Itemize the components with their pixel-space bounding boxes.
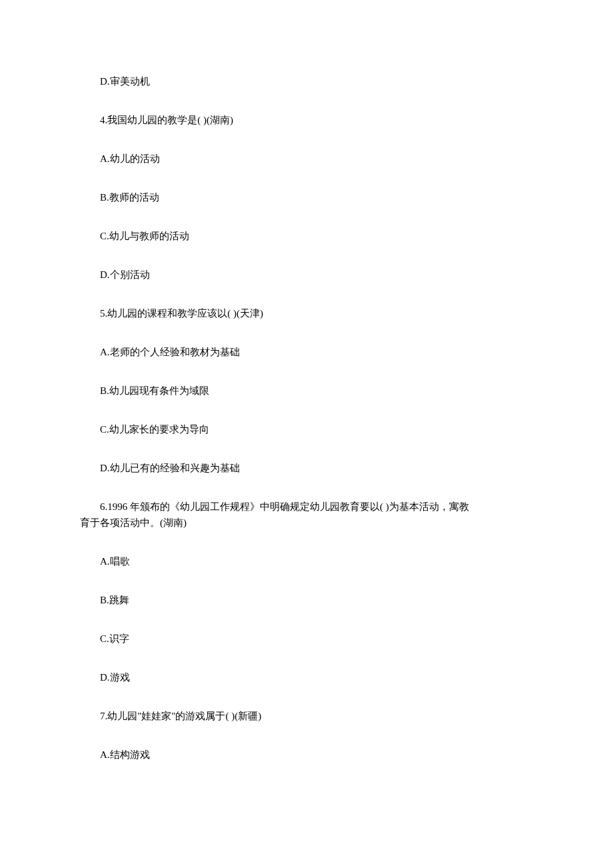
option-text: A.老师的个人经验和教材为基础 bbox=[80, 344, 533, 360]
question-text: 4.我国幼儿园的教学是( )(湖南) bbox=[80, 112, 533, 128]
question-line-2: 育于各项活动中。(湖南) bbox=[80, 515, 533, 531]
option-text: D.游戏 bbox=[80, 669, 533, 685]
option-text: C.幼儿与教师的活动 bbox=[80, 228, 533, 244]
option-text: C.幼儿家长的要求为导向 bbox=[80, 421, 533, 437]
option-text: A.结构游戏 bbox=[80, 747, 533, 763]
option-text: D.审美动机 bbox=[80, 73, 533, 89]
option-text: C.识字 bbox=[80, 631, 533, 647]
question-line-1: 6.1996 年颁布的《幼儿园工作规程》中明确规定幼儿园教育要以( )为基本活动… bbox=[80, 499, 533, 515]
option-text: B.幼儿园现有条件为域限 bbox=[80, 383, 533, 399]
option-text: B.跳舞 bbox=[80, 592, 533, 608]
question-text: 7.幼儿园"娃娃家"的游戏属于( )(新疆) bbox=[80, 708, 533, 724]
option-text: D.幼儿已有的经验和兴趣为基础 bbox=[80, 460, 533, 476]
option-text: A.幼儿的活动 bbox=[80, 151, 533, 167]
question-text: 5.幼儿园的课程和教学应该以( )(天津) bbox=[80, 305, 533, 321]
option-text: A.唱歌 bbox=[80, 553, 533, 569]
option-text: B.教师的活动 bbox=[80, 189, 533, 205]
question-text: 6.1996 年颁布的《幼儿园工作规程》中明确规定幼儿园教育要以( )为基本活动… bbox=[80, 499, 533, 531]
option-text: D.个别活动 bbox=[80, 267, 533, 283]
document-page: D.审美动机 4.我国幼儿园的教学是( )(湖南) A.幼儿的活动 B.教师的活… bbox=[0, 0, 613, 825]
